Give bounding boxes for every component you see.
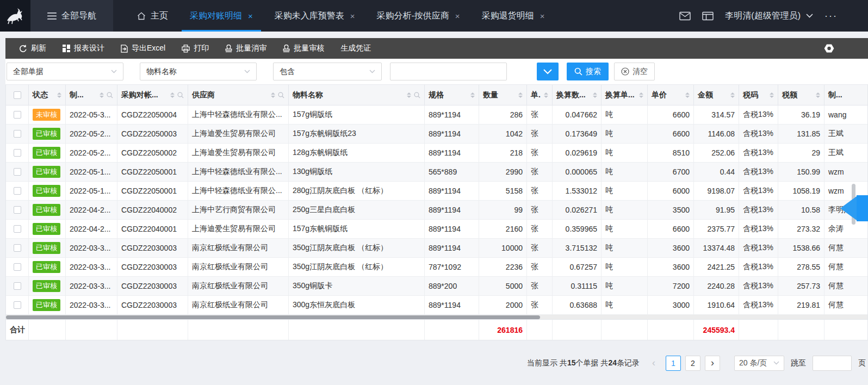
column-header[interactable]: 规格: [425, 85, 479, 105]
column-header[interactable]: 制...: [824, 85, 868, 105]
column-label: 税额: [782, 90, 797, 100]
jump-page-input[interactable]: [813, 356, 852, 371]
window-icon[interactable]: [702, 11, 714, 21]
table-row[interactable]: 已审核2022-03-3...CGDZ22030003南京红极纸业有限公司350…: [6, 239, 867, 258]
tab[interactable]: 采购未入库预警表×: [264, 0, 366, 32]
page-size-select[interactable]: 20 条/页: [734, 356, 784, 371]
column-header[interactable]: 状态: [29, 85, 66, 105]
table-row[interactable]: 已审核2022-05-2...CGDZ22050002上海迪爱生贸易有限公司12…: [6, 144, 867, 163]
table-row[interactable]: 已审核2022-03-3...CGDZ22030003南京红极纸业有限公司350…: [6, 277, 867, 296]
toolbar-button[interactable]: 刷新: [11, 38, 54, 59]
toolbar-button[interactable]: 报表设计: [54, 38, 113, 59]
sort-icon[interactable]: [470, 92, 475, 98]
keyword-input[interactable]: [390, 63, 507, 80]
more-button[interactable]: ···: [824, 10, 838, 22]
toolbar-button[interactable]: 打印: [173, 38, 217, 59]
operator-select[interactable]: 包含: [273, 63, 382, 80]
sort-icon[interactable]: [816, 92, 820, 98]
row-checkbox[interactable]: [14, 244, 21, 252]
search-button[interactable]: 搜索: [567, 63, 609, 80]
table-row[interactable]: 已审核2022-03-3...CGDZ22030003南京红极纸业有限公司350…: [6, 258, 867, 277]
sort-icon[interactable]: [639, 92, 643, 98]
table-row[interactable]: 已审核2022-04-2...CGDZ22040001上海迪爱生贸易有限公司15…: [6, 220, 867, 239]
page-button[interactable]: 2: [685, 356, 700, 371]
column-header[interactable]: 制...: [66, 85, 117, 105]
page-button[interactable]: 1: [666, 356, 681, 371]
row-checkbox[interactable]: [14, 206, 21, 214]
header-tools: [57, 92, 61, 98]
page-size-value: 20 条/页: [739, 358, 767, 368]
column-header[interactable]: 税额: [778, 85, 824, 105]
tab[interactable]: 采购分析-按供应商×: [366, 0, 471, 32]
sort-icon[interactable]: [407, 92, 411, 98]
row-checkbox[interactable]: [14, 225, 21, 233]
horizontal-scrollbar-thumb[interactable]: [6, 315, 540, 319]
column-header[interactable]: 单价: [648, 85, 694, 105]
column-header[interactable]: 税码: [739, 85, 778, 105]
tab-close-icon[interactable]: ×: [248, 11, 253, 21]
prev-page-button[interactable]: ‹: [646, 356, 661, 371]
row-checkbox[interactable]: [14, 301, 21, 309]
tab[interactable]: 主页: [126, 0, 179, 32]
sort-icon[interactable]: [544, 92, 548, 98]
user-menu[interactable]: 李明清(超级管理员): [725, 10, 813, 22]
tab-close-icon[interactable]: ×: [540, 11, 545, 21]
column-header[interactable]: 换算单...: [602, 85, 648, 105]
column-header[interactable]: 物料名称: [289, 85, 425, 105]
summary-total-value: 261816: [497, 326, 523, 334]
sort-icon[interactable]: [770, 92, 774, 98]
sort-icon[interactable]: [730, 92, 735, 98]
mail-icon[interactable]: [679, 11, 691, 21]
next-page-button[interactable]: ›: [705, 356, 720, 371]
tab[interactable]: 采购退货明细×: [471, 0, 556, 32]
sort-icon[interactable]: [685, 92, 690, 98]
sort-icon[interactable]: [170, 92, 175, 98]
settings-gear-icon[interactable]: [824, 44, 834, 53]
select-all-checkbox[interactable]: [14, 91, 21, 99]
doc-type-select[interactable]: 全部单据: [7, 63, 123, 80]
clear-button[interactable]: 清空: [614, 63, 655, 80]
drawer-toggle[interactable]: [840, 195, 868, 222]
row-checkbox[interactable]: [14, 263, 21, 271]
row-checkbox[interactable]: [14, 111, 21, 119]
cell: 已审核: [29, 125, 66, 143]
row-checkbox[interactable]: [14, 187, 21, 195]
table-row[interactable]: 已审核2022-05-1...CGDZ22050001上海中轻森德纸业有限公..…: [6, 163, 867, 182]
row-checkbox[interactable]: [14, 282, 21, 290]
column-header[interactable]: 采购对帐...: [117, 85, 188, 105]
column-header[interactable]: 数量: [479, 85, 527, 105]
column-header[interactable]: 换算数...: [553, 85, 602, 105]
table-row[interactable]: 已审核2022-03-3...CGDZ22030003南京红极纸业有限公司300…: [6, 296, 867, 315]
field-select[interactable]: 物料名称: [140, 63, 257, 80]
table-row[interactable]: 已审核2022-04-2...CGDZ22040002上海中艺行商贸有限公司25…: [6, 201, 867, 220]
expand-filters-button[interactable]: [537, 63, 559, 80]
sort-icon[interactable]: [271, 92, 275, 98]
tab-close-icon[interactable]: ×: [455, 11, 460, 21]
tab-close-icon[interactable]: ×: [350, 11, 355, 21]
sort-icon[interactable]: [100, 92, 104, 98]
column-search-icon[interactable]: [278, 92, 284, 98]
column-header[interactable]: 单.: [527, 85, 553, 105]
sort-icon[interactable]: [57, 92, 61, 98]
sort-icon[interactable]: [518, 92, 523, 98]
row-checkbox[interactable]: [14, 168, 21, 176]
sort-icon[interactable]: [593, 92, 597, 98]
row-checkbox[interactable]: [14, 130, 21, 138]
tab[interactable]: 采购对账明细×: [179, 0, 264, 32]
table-row[interactable]: 未审核2022-05-3...CGDZ22050004上海中轻森德纸业有限公..…: [6, 105, 867, 125]
column-header[interactable]: 供应商: [188, 85, 289, 105]
table-row[interactable]: 已审核2022-05-1...CGDZ22050001上海中轻森德纸业有限公..…: [6, 182, 867, 201]
column-header[interactable]: 金额: [694, 85, 739, 105]
column-search-icon[interactable]: [177, 92, 184, 98]
cell: 10.58: [778, 201, 824, 219]
column-search-icon[interactable]: [414, 92, 420, 98]
app-logo[interactable]: [0, 0, 30, 32]
nav-toggle[interactable]: 全部导航: [30, 0, 113, 32]
table-row[interactable]: 已审核2022-05-2...CGDZ22050003上海迪爱生贸易有限公司15…: [6, 125, 867, 144]
row-checkbox[interactable]: [14, 149, 21, 157]
toolbar-button[interactable]: 批量消审: [217, 38, 275, 59]
column-search-icon[interactable]: [107, 92, 113, 98]
toolbar-button[interactable]: 生成凭证: [332, 38, 379, 59]
toolbar-button[interactable]: 导出Excel: [113, 38, 173, 59]
toolbar-button[interactable]: 批量审核: [275, 38, 332, 59]
